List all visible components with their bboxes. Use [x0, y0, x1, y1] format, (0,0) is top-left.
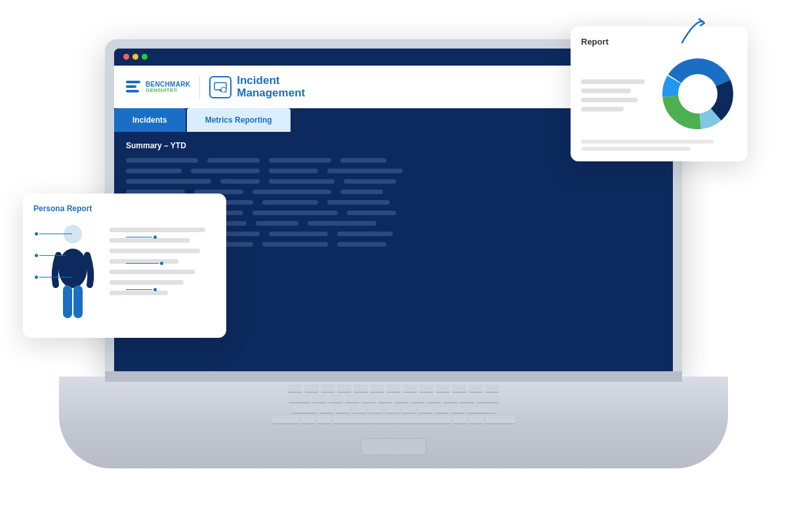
data-bar — [344, 179, 396, 184]
data-bar — [337, 242, 386, 247]
brand-name-bottom: GENSUITE® — [146, 88, 190, 94]
data-bar — [327, 200, 390, 205]
donut-chart — [658, 54, 737, 133]
connector-line-right-1 — [126, 235, 163, 239]
data-bar — [126, 169, 182, 173]
report-card-title: Report — [581, 37, 737, 47]
table-row — [126, 179, 661, 184]
logo-text: BENCHMARK GENSUITE® — [146, 81, 190, 94]
trackpad — [361, 438, 426, 455]
svg-rect-14 — [73, 285, 83, 318]
data-bar — [191, 169, 260, 173]
data-bar — [126, 158, 198, 163]
connector-line-2 — [35, 254, 72, 257]
report-line — [581, 79, 645, 84]
data-bar — [252, 211, 338, 215]
connector-line-right-3 — [126, 288, 163, 291]
dot-red — [123, 54, 129, 60]
data-bar — [262, 200, 318, 205]
module-title-line1: Incident — [237, 75, 305, 87]
data-bar — [252, 190, 331, 194]
data-bar — [308, 221, 376, 226]
report-card: Report — [571, 26, 748, 161]
data-bar — [340, 158, 386, 163]
persona-card: Persona Report — [23, 194, 226, 338]
report-bottom-line — [581, 147, 691, 151]
dot-yellow — [132, 54, 138, 60]
data-bar — [262, 242, 328, 247]
window-chrome — [123, 54, 148, 60]
data-bar — [347, 211, 396, 215]
connector-line-1 — [35, 232, 72, 235]
report-line — [581, 107, 624, 112]
data-bar — [269, 169, 318, 173]
module-title-line2: Management — [237, 87, 305, 100]
table-row — [126, 169, 661, 173]
data-bar — [207, 158, 260, 163]
svg-rect-13 — [63, 285, 72, 318]
keyboard — [111, 384, 676, 424]
module-title: Incident Management — [237, 75, 305, 99]
data-bar — [337, 232, 393, 236]
module-icon — [209, 76, 232, 98]
data-bar — [327, 169, 403, 173]
header-divider — [199, 75, 200, 99]
data-bar — [126, 179, 211, 184]
data-bar — [269, 232, 328, 236]
data-bar — [269, 179, 334, 184]
connector-line-right-2 — [126, 262, 163, 265]
brand-name-top: BENCHMARK — [146, 81, 190, 88]
connector-line-3 — [35, 276, 72, 279]
data-bar — [269, 158, 331, 163]
benchmark-lines-icon — [126, 81, 140, 92]
report-line — [581, 89, 631, 93]
tab-incidents[interactable]: Incidents — [114, 108, 186, 132]
tab-metrics-reporting[interactable]: Metrics Reporting — [187, 108, 291, 132]
logo-area: BENCHMARK GENSUITE® — [126, 81, 190, 94]
report-bottom-line — [581, 140, 714, 144]
svg-point-10 — [679, 75, 716, 112]
arrow-decoration — [676, 16, 708, 52]
data-bar — [256, 221, 298, 226]
dot-green — [142, 54, 148, 60]
data-bar — [220, 179, 260, 184]
persona-card-title: Persona Report — [33, 204, 216, 213]
data-bar — [340, 190, 383, 194]
persona-info-line — [110, 228, 205, 232]
persona-info-line — [110, 291, 168, 295]
report-line — [581, 98, 637, 102]
